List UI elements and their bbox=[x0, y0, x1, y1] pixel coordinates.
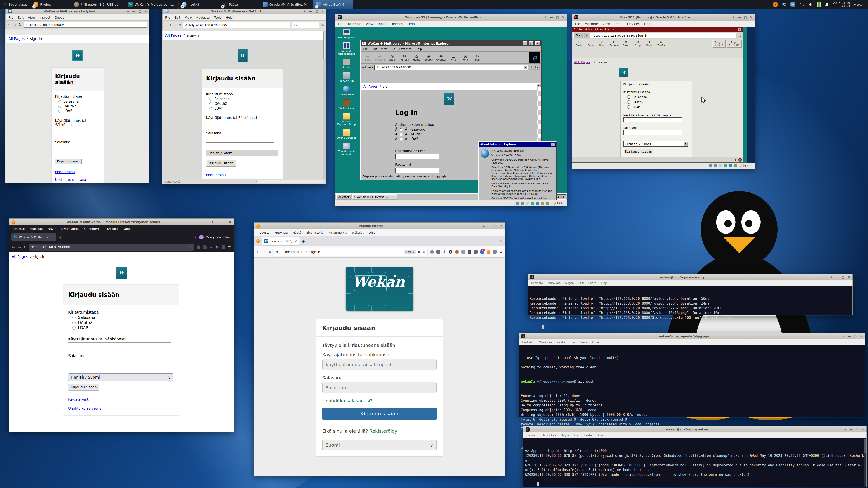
radio-row[interactable]: OAuth2 bbox=[206, 102, 279, 106]
radio-password[interactable] bbox=[627, 95, 630, 99]
reload-icon[interactable]: ↻ bbox=[269, 250, 272, 254]
radio-oauth2[interactable] bbox=[627, 100, 630, 104]
downloads-icon[interactable]: ↓ bbox=[443, 250, 446, 254]
password-input[interactable] bbox=[322, 382, 437, 393]
menu-item[interactable]: Machine bbox=[585, 22, 598, 26]
forward-icon[interactable]: → bbox=[18, 245, 21, 250]
minimize-button[interactable]: _ bbox=[523, 41, 527, 45]
shade-button[interactable]: ∧ bbox=[127, 9, 129, 13]
all-pages-link[interactable]: All Pages bbox=[574, 61, 590, 64]
vbox-titlebar[interactable]: DOS FreeDOS [Running] - Oracle VM Virtua… bbox=[572, 14, 755, 21]
taskbar-item-firefox[interactable]: Firefox 3 bbox=[30, 0, 70, 9]
terminal-output[interactable]: ResourceLoader: Finished load of: "http:… bbox=[528, 286, 852, 315]
all-pages-link[interactable]: All Pages bbox=[8, 37, 25, 41]
menu-item[interactable]: Sivuhistoria bbox=[61, 227, 79, 230]
menu-item[interactable]: Edit bbox=[18, 16, 24, 19]
register-link[interactable]: Rekisteröidy bbox=[369, 428, 397, 434]
language-select[interactable]: Suomi∨ bbox=[322, 440, 437, 451]
close-button[interactable]: ✕ bbox=[750, 15, 752, 19]
close-button[interactable]: ✕ bbox=[535, 41, 540, 45]
stop-button[interactable]: ⊗Stop bbox=[632, 40, 643, 47]
menu-item[interactable]: Help bbox=[644, 22, 651, 26]
maximize-button[interactable]: ▢ bbox=[556, 15, 559, 19]
home-button[interactable]: ⌂Home bbox=[411, 54, 422, 61]
radio-row[interactable]: ÂÂPassword bbox=[395, 127, 537, 131]
menu-item[interactable]: Help bbox=[416, 47, 422, 51]
menu-item[interactable]: Input bbox=[378, 22, 386, 26]
close-button[interactable]: ✕ bbox=[321, 9, 324, 13]
maximize-button[interactable]: ▢ bbox=[494, 224, 497, 228]
zoom-level-badge[interactable]: 130 % bbox=[404, 250, 416, 254]
menu-item[interactable]: View bbox=[381, 47, 387, 51]
page-info-icon[interactable]: ▢ bbox=[281, 250, 283, 254]
menu-item[interactable]: Devices bbox=[391, 22, 403, 26]
search-input[interactable]: G bbox=[292, 22, 319, 28]
radio-row[interactable]: Salasana bbox=[623, 95, 689, 99]
url-input[interactable]: http://192.168.0.20:8000/sign-in bbox=[590, 33, 736, 38]
vbox-video-icon[interactable] bbox=[546, 202, 549, 205]
shade-button[interactable]: ∧ bbox=[544, 15, 547, 19]
refresh-button[interactable]: ↻Refresh bbox=[399, 54, 410, 61]
volume-icon[interactable] bbox=[808, 2, 813, 7]
minimize-button[interactable]: — bbox=[848, 335, 851, 338]
close-button[interactable]: ✕ bbox=[860, 335, 862, 338]
shade-button[interactable]: ∧ bbox=[733, 15, 735, 19]
address-dropdown-icon[interactable]: ▼ bbox=[524, 66, 527, 69]
menu-item[interactable]: View bbox=[185, 16, 192, 19]
home-button[interactable]: ⌂Home bbox=[597, 40, 608, 47]
radio-password[interactable] bbox=[209, 98, 212, 101]
new-tab-button[interactable]: + bbox=[59, 235, 62, 239]
clear-url-button[interactable]: ✕ bbox=[584, 33, 589, 38]
register-link[interactable]: Rekisteröinti bbox=[55, 170, 75, 174]
vbox-usb-icon[interactable] bbox=[729, 164, 732, 167]
back-dropdown-icon[interactable]: ▼ bbox=[169, 24, 171, 26]
battery-icon[interactable] bbox=[817, 2, 821, 7]
forgot-password-link[interactable]: Unohditko salasanasi? bbox=[322, 398, 373, 403]
extension-jigsaw-icon[interactable] bbox=[493, 250, 497, 254]
forgot-password-link[interactable]: Unohtuiko salasana bbox=[55, 178, 86, 182]
search-icon[interactable] bbox=[737, 33, 742, 38]
register-link[interactable]: Rekisteröinti bbox=[206, 173, 226, 177]
close-button[interactable]: ✕ bbox=[229, 220, 231, 224]
menu-item[interactable]: Etsi bbox=[579, 281, 584, 285]
menu-item[interactable]: Näytä bbox=[565, 281, 574, 285]
signin-button[interactable]: Kirjaudu sisään bbox=[322, 408, 437, 420]
shield-icon[interactable]: ⛊ bbox=[276, 250, 279, 254]
menu-item[interactable]: Inspect bbox=[39, 16, 50, 19]
downloads-icon[interactable]: ↓ bbox=[209, 245, 212, 249]
menu-item[interactable]: Näytä bbox=[561, 433, 569, 437]
close-button[interactable]: ✕ bbox=[562, 15, 564, 19]
menu-item[interactable]: Kirjanmerkit bbox=[329, 231, 346, 234]
vbox-titlebar[interactable]: 95 Windows 95 [Running] - Oracle VM Virt… bbox=[335, 14, 567, 21]
menu-item[interactable]: Pääte bbox=[584, 433, 592, 437]
password-input[interactable] bbox=[68, 359, 171, 366]
all-pages-link[interactable]: All Pages bbox=[165, 33, 182, 37]
desktop-icon-inbox[interactable]: Inbox bbox=[337, 59, 356, 69]
menu-item[interactable]: File bbox=[575, 22, 580, 26]
back-icon[interactable]: ← bbox=[12, 245, 15, 250]
ublock-icon[interactable]: 9+ bbox=[480, 250, 484, 254]
about-dialog-titlebar[interactable]: About Internet Explorer ✕ bbox=[479, 142, 556, 147]
password-input[interactable] bbox=[206, 136, 274, 142]
shade-button[interactable]: ∧ bbox=[830, 275, 833, 279]
menu-item[interactable]: Näytä bbox=[48, 227, 56, 230]
tools-button[interactable]: ⚙Tools bbox=[655, 40, 667, 47]
menu-item[interactable]: Muokkaa bbox=[543, 433, 556, 437]
radio-ldap[interactable] bbox=[58, 109, 61, 112]
maximize-button[interactable]: ▢ bbox=[223, 220, 225, 224]
menu-item[interactable]: Edit bbox=[175, 16, 180, 19]
forward-icon[interactable]: → bbox=[13, 23, 16, 27]
minimize-button[interactable]: — bbox=[836, 275, 839, 279]
search-button[interactable]: ◉Search bbox=[423, 54, 434, 61]
menu-item[interactable]: Devices bbox=[627, 22, 640, 26]
menu-item[interactable]: View bbox=[366, 22, 373, 26]
mail-button[interactable]: ✉Mail bbox=[472, 54, 483, 61]
shade-button[interactable]: ∧ bbox=[842, 335, 845, 338]
new-tab-button[interactable]: + bbox=[302, 239, 305, 243]
radio-row[interactable]: Salasana bbox=[68, 315, 174, 320]
vbox-cd-icon[interactable] bbox=[526, 202, 529, 205]
back-icon[interactable]: ← bbox=[8, 23, 11, 27]
extension-icon[interactable] bbox=[455, 250, 459, 254]
terminal-titlebar[interactable]: $ wekan@z: ~/repos/serenity ∧—▢✕ bbox=[528, 274, 852, 280]
menu-item[interactable]: Tiedosto bbox=[257, 231, 270, 234]
